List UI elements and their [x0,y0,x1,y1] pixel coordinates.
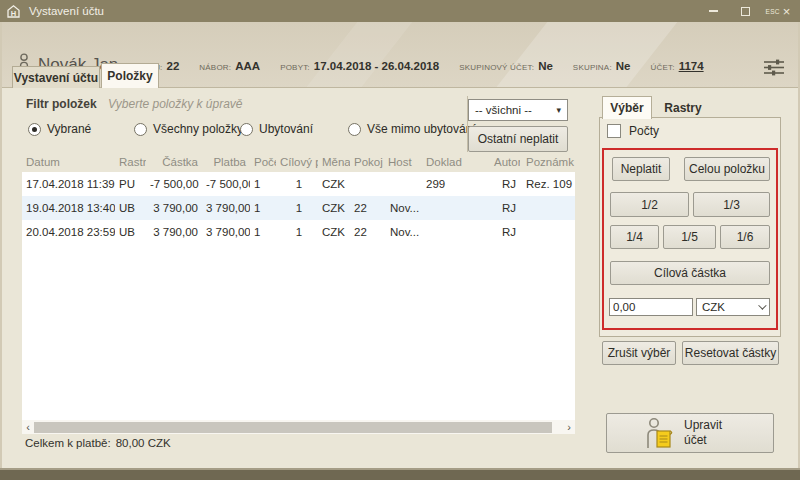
resetovat-castky-button[interactable]: Resetovat částky [682,341,779,365]
radio-vsechny-polozky[interactable]: Všechny položky [134,122,243,136]
billing-window: H Vystavení účtu ESC × Novák Jan POKOJ:2… [0,0,800,480]
maximize-icon [741,7,750,16]
account-number-link[interactable]: 1174 [679,60,704,72]
field-rate: NÁBOR:AAA [199,60,260,72]
col-pokoj[interactable]: Pokoj [350,152,384,172]
guest-scope-dropdown[interactable]: -- všichni -- ▾ [468,99,568,121]
tab-polozky[interactable]: Položky [101,63,159,88]
quarter-button[interactable]: 1/4 [610,225,659,249]
tab-rastry[interactable]: Rastry [657,98,709,118]
payment-split-panel: Neplatit Celou položku 1/2 1/3 1/4 1/5 1… [602,148,778,330]
currency-select[interactable]: CZK [696,298,770,316]
items-tab-content: Filtr položek Vyberte položky k úpravě V… [0,88,800,468]
col-mena[interactable]: Měna [318,152,350,172]
scroll-right-arrow[interactable]: › [563,420,575,434]
total-to-pay: Celkem k platbě:80,00 CZK [25,437,171,449]
col-host[interactable]: Host [384,152,420,172]
col-poznamka[interactable]: Poznámk [520,152,575,172]
scroll-left-arrow[interactable]: ‹ [22,420,34,434]
minimize-icon [709,10,718,12]
chevron-down-icon [758,301,766,309]
ostatni-neplatit-button[interactable]: Ostatní neplatit [468,126,568,152]
col-cilovy-pocet[interactable]: Cílový p [276,152,318,172]
pocty-checkbox-label: Počty [629,124,659,138]
radio-ubytovani[interactable]: Ubytování [240,122,313,136]
close-icon: × [783,5,791,18]
sliders-icon [763,59,785,76]
table-header-row: Datum Rastr Částka Platba Počet Cílový p… [22,152,575,172]
radio-vse-mimo-ubytovani[interactable]: Vše mimo ubytování [348,122,476,136]
close-button[interactable]: ESC × [760,0,796,22]
app-house-icon: H [6,4,21,19]
tab-vyber[interactable]: Výběr [602,96,652,119]
sixth-button[interactable]: 1/6 [720,225,770,249]
celou-polozku-button[interactable]: Celou položku [684,157,770,181]
esc-label: ESC [766,8,780,15]
half-button[interactable]: 1/2 [610,192,689,217]
neplatit-button[interactable]: Neplatit [612,157,670,181]
table-row-1[interactable]: 17.04.2018 11:39... PU -7 500,00 -7 500,… [22,172,575,196]
field-group-account: SKUPINOVÝ ÚČET:Ne [459,60,553,72]
pocty-checkbox[interactable] [607,124,621,138]
table-row-2-selected[interactable]: 19.04.2018 13:40... UB 3 790,00 3 790,00… [22,196,575,220]
col-datum[interactable]: Datum [22,152,115,172]
cilova-castka-button[interactable]: Cílová částka [610,261,770,285]
fifth-button[interactable]: 1/5 [663,225,716,249]
svg-text:H: H [11,8,16,17]
col-platba[interactable]: Platba [202,152,250,172]
field-stay: POBYT:17.04.2018 - 26.04.2018 [280,60,439,72]
field-account-number: ÚČET:1174 [651,60,704,72]
radio-icon [348,123,361,136]
table-row-3[interactable]: 20.04.2018 23:59... UB 3 790,00 3 790,00… [22,220,575,244]
titlebar: H Vystavení účtu ESC × [0,0,800,22]
tab-vystaveni-uctu[interactable]: Vystavení účtu [12,66,100,88]
horizontal-scrollbar[interactable]: ‹ › [22,420,575,434]
col-rastr[interactable]: Rastr [115,152,146,172]
upravit-ucet-button[interactable]: Upravit účet [606,413,774,453]
filter-title: Filtr položek [26,97,97,111]
maximize-button[interactable] [732,0,758,22]
dropdown-arrow-icon: ▾ [556,105,561,115]
window-bottom-frame [0,468,800,480]
field-group: SKUPINA:Ne [573,60,631,72]
radio-vybrane[interactable]: Vybrané [28,122,91,136]
header-settings-button[interactable] [762,57,786,77]
window-title: Vystavení účtu [29,5,104,17]
radio-icon [134,123,147,136]
edit-account-icon [644,417,674,449]
radio-icon [240,123,253,136]
col-autor[interactable]: Autor [490,152,520,172]
col-doklad[interactable]: Doklad [420,152,490,172]
items-table: Datum Rastr Částka Platba Počet Cílový p… [22,152,575,244]
col-castka[interactable]: Částka [146,152,202,172]
zrusit-vyber-button[interactable]: Zrušit výběr [602,341,676,365]
third-button[interactable]: 1/3 [693,192,770,217]
target-amount-input[interactable] [609,298,693,316]
scrollbar-thumb[interactable] [34,422,552,433]
guest-info-fields: POKOJ:22 NÁBOR:AAA POBYT:17.04.2018 - 26… [132,44,704,88]
col-pocet[interactable]: Počet [250,152,276,172]
filter-hint: Vyberte položky k úpravě [108,97,243,111]
radio-selected-icon [28,123,41,136]
minimize-button[interactable] [700,0,726,22]
window-frame [0,22,2,468]
